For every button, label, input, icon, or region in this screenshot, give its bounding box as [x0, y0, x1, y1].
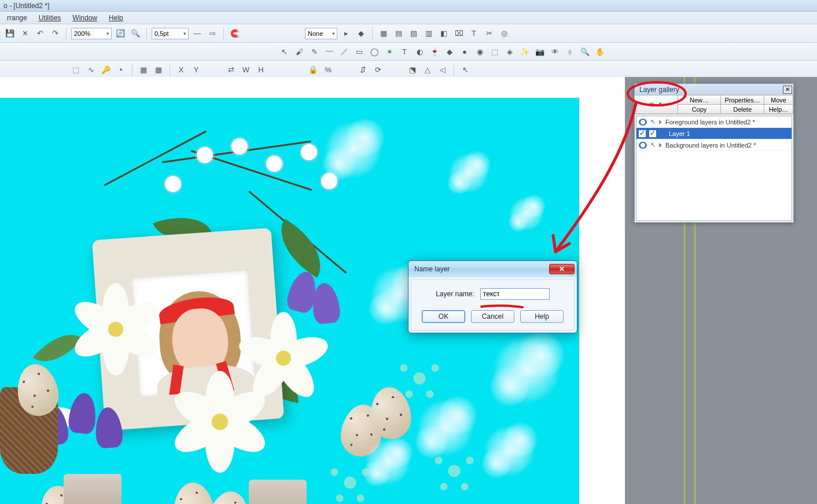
blend-icon[interactable]: ⬚	[488, 45, 501, 58]
gallery4-icon[interactable]: ▥	[422, 27, 435, 40]
cancel-button[interactable]: Cancel	[471, 310, 514, 323]
line-style-icon[interactable]: —	[191, 27, 204, 40]
zoom-page-icon[interactable]: 🔍	[129, 27, 142, 40]
panel-side-icons: 👁 ↖	[634, 95, 678, 114]
curve-icon[interactable]: ∿	[84, 64, 97, 76]
line-tool-icon[interactable]: ／	[338, 45, 351, 58]
dialog-titlebar[interactable]: Name layer ✕	[408, 261, 577, 277]
menu-arrange[interactable]: rrange	[2, 13, 32, 23]
zoom-prev-icon[interactable]: 🔄	[114, 27, 127, 40]
transparency-icon[interactable]: 🍷	[428, 45, 441, 58]
line-end-icon[interactable]: ⇨	[206, 27, 219, 40]
pointer-icon[interactable]: ↖	[658, 101, 664, 108]
photo-tool-icon[interactable]: 📷	[533, 45, 546, 58]
mould-icon[interactable]: ◈	[503, 45, 516, 58]
menu-window[interactable]: Window	[68, 13, 102, 23]
panel-titlebar[interactable]: Layer gallery ✕	[635, 84, 793, 95]
layer-list[interactable]: ↖ Foreground layers in Untitled2 * Layer…	[636, 116, 792, 221]
panel-properties-button[interactable]: Properties…	[720, 95, 764, 105]
undo-icon[interactable]: ↶	[34, 27, 46, 40]
delete-icon[interactable]: ✕	[19, 27, 31, 40]
snap-icon[interactable]: 🧲	[229, 27, 241, 40]
scale-icon[interactable]: %	[322, 64, 334, 76]
rotate-icon[interactable]: ⟳	[371, 64, 384, 76]
expand-icon[interactable]	[659, 120, 662, 124]
blossom-deco	[231, 138, 248, 154]
expand-icon[interactable]	[659, 143, 662, 148]
shape-edit-icon[interactable]: ✎	[308, 45, 321, 58]
pointer-icon[interactable]: ↖	[650, 118, 656, 126]
grid2-icon[interactable]: ▦	[152, 64, 165, 76]
visibility-icon[interactable]	[639, 119, 647, 126]
panel-close-button[interactable]: ✕	[783, 86, 792, 94]
contour-icon[interactable]: ◉	[473, 45, 486, 58]
visibility-icon[interactable]	[639, 142, 647, 149]
layer-name-input[interactable]	[480, 288, 550, 300]
rect-tool-icon[interactable]: ▭	[353, 45, 366, 58]
x-label-icon: X	[175, 64, 187, 76]
pointer-icon[interactable]: ↖	[650, 141, 656, 149]
zoom-tool-icon[interactable]: 🔍	[579, 45, 591, 58]
redo-icon[interactable]: ↷	[49, 27, 61, 40]
panel-copy-button[interactable]: Copy	[678, 104, 722, 114]
flip-h-icon[interactable]: △	[421, 64, 434, 76]
options-icon[interactable]: ◆	[355, 27, 367, 40]
gallery1-icon[interactable]: ▦	[377, 27, 390, 40]
dialog-close-button[interactable]: ✕	[549, 264, 575, 274]
cut-icon[interactable]: ✂	[483, 27, 495, 40]
panel-help-button[interactable]: Help…	[764, 104, 793, 114]
none-combo[interactable]: None	[305, 28, 337, 39]
menu-help[interactable]: Help	[104, 13, 128, 23]
settings-icon[interactable]: ◎	[498, 27, 510, 40]
gallery3-icon[interactable]: ▧	[407, 27, 420, 40]
stroke-width-combo[interactable]: 0,5pt	[152, 28, 189, 39]
vflip-icon[interactable]: ⇵	[356, 64, 369, 76]
blossom-deco	[197, 147, 213, 163]
brush-tool-icon[interactable]: 🖌	[293, 45, 306, 58]
save-icon[interactable]: 💾	[3, 27, 16, 40]
layer-group-background[interactable]: ↖ Background layers in Untitled2 *	[636, 139, 792, 151]
gallery2-icon[interactable]: ▤	[392, 27, 405, 40]
layer-item[interactable]: Layer 1	[636, 128, 792, 139]
push-tool-icon[interactable]: ✋	[594, 45, 606, 58]
layer-group-foreground[interactable]: ↖ Foreground layers in Untitled2 *	[636, 116, 792, 128]
live-effect-icon[interactable]: ✨	[518, 45, 531, 58]
hflip-icon[interactable]: ⇄	[225, 64, 237, 76]
selector-tool-icon[interactable]: ↖	[278, 45, 290, 58]
select-bounds-icon[interactable]: ⬚	[69, 64, 82, 76]
panel-move-button[interactable]: Move	[764, 95, 793, 105]
key-icon[interactable]: 🔑	[100, 64, 112, 76]
zoom-combo[interactable]: 200%	[71, 28, 112, 39]
text-tool-icon[interactable]: T	[468, 27, 480, 40]
visibility-checkbox[interactable]	[639, 130, 646, 137]
apply-icon[interactable]: ↖	[459, 64, 472, 76]
gallery5-icon[interactable]: ◧	[437, 27, 450, 40]
play-icon[interactable]: ▸	[340, 27, 352, 40]
grid1-icon[interactable]: ▦	[137, 64, 150, 76]
fill-tool-icon[interactable]: ◐	[413, 45, 426, 58]
clone-icon[interactable]: ⎀	[564, 45, 576, 58]
freehand-icon[interactable]: 〰	[323, 45, 336, 58]
editable-checkbox[interactable]	[649, 130, 656, 137]
redeye-icon[interactable]: 👁	[549, 45, 561, 58]
help-button[interactable]: Help	[520, 310, 564, 323]
ellipse-tool-icon[interactable]: ◯	[368, 45, 381, 58]
gallery6-icon[interactable]: ⌧	[452, 27, 465, 40]
panel-new-button[interactable]: New…	[678, 95, 722, 105]
name-layer-dialog: Name layer ✕ Layer name: OK Cancel Help	[408, 260, 577, 333]
menu-arrange-label: rrange	[7, 14, 27, 22]
lock-aspect-icon[interactable]: 🔒	[307, 64, 319, 76]
ok-button[interactable]: OK	[422, 310, 465, 323]
text-tool2-icon[interactable]: T	[398, 45, 411, 58]
point-icon[interactable]: •	[115, 64, 127, 76]
bevel-tool-icon[interactable]: ●	[458, 45, 471, 58]
artwork-group[interactable]	[0, 133, 417, 504]
menu-utilities[interactable]: Utilities	[34, 13, 66, 23]
eye-icon[interactable]: 👁	[649, 101, 655, 108]
shadow-tool-icon[interactable]: ◆	[443, 45, 456, 58]
star-tool-icon[interactable]: ✶	[383, 45, 396, 58]
flip-v-icon[interactable]: ◁	[436, 64, 449, 76]
soft-flower-deco	[448, 153, 489, 193]
skew-icon[interactable]: ⬔	[406, 64, 419, 76]
panel-delete-button[interactable]: Delete	[720, 104, 764, 114]
